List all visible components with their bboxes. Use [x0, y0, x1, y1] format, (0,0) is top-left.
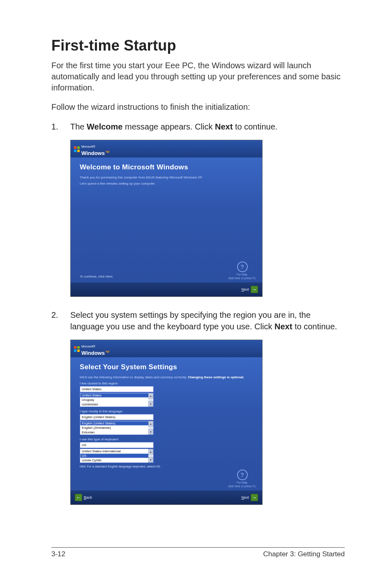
scrollbar[interactable]: ▴ ▾	[148, 449, 153, 463]
scroll-down-icon[interactable]: ▾	[148, 401, 153, 407]
list-item[interactable]: United States	[80, 393, 153, 398]
region-select[interactable]: United States	[80, 386, 154, 392]
back-button[interactable]: ← Back	[75, 494, 92, 501]
scroll-up-icon[interactable]: ▴	[148, 393, 153, 398]
scroll-down-icon[interactable]: ▾	[148, 457, 153, 463]
step-1: 1. The Welcome message appears. Click Ne…	[51, 121, 345, 132]
list-item[interactable]: English (United States)	[80, 421, 153, 426]
help-text-1: For help,	[228, 273, 256, 276]
wizard-heading: Welcome to Microsoft Windows	[80, 163, 255, 171]
scroll-up-icon[interactable]: ▴	[148, 421, 153, 426]
step-2: 2. Select you system settings by specify…	[51, 309, 345, 332]
brand-xp: xp	[106, 150, 109, 153]
scrollbar[interactable]: ▴ ▾	[148, 421, 153, 435]
list-item[interactable]: Uzbekistan	[80, 402, 153, 407]
scroll-up-icon[interactable]: ▴	[148, 449, 153, 454]
titlebar: Microsoft® Windowsxp	[71, 140, 262, 157]
help-icon: ?	[237, 470, 248, 480]
next-button[interactable]: Next →	[241, 494, 258, 501]
step-2-text: Select you system settings by specifying…	[70, 309, 345, 332]
brand-label: Microsoft®	[81, 145, 95, 148]
step-2-number: 2.	[51, 309, 70, 332]
step-1-number: 1.	[51, 121, 70, 132]
list-item[interactable]: US	[80, 453, 153, 458]
continue-hint: To continue, click Next.	[80, 275, 113, 278]
keyboard-hint: Hint: For a standard English-language ke…	[80, 465, 255, 468]
arrow-left-icon: ←	[75, 494, 82, 501]
help-chip[interactable]: ? For help, click here or press F1.	[228, 470, 256, 488]
footer-page-number: 3-12	[51, 550, 65, 558]
help-icon: ?	[237, 261, 248, 272]
list-item[interactable]: United States-International	[80, 449, 153, 453]
region-label: I live closest to this region:	[80, 382, 255, 385]
footer-chapter: Chapter 3: Getting Started	[263, 550, 345, 558]
language-select[interactable]: English (United States)	[80, 414, 154, 420]
wizard-heading: Select Your System Settings	[80, 363, 255, 371]
windows-logo-icon	[74, 146, 80, 152]
windows-logo-icon	[74, 346, 80, 352]
brand-windows: Windows	[81, 350, 105, 356]
list-item[interactable]: English (Zimbabwe)	[80, 426, 153, 430]
list-item[interactable]: Estonian	[80, 430, 153, 435]
list-item[interactable]: Uruguay	[80, 398, 153, 402]
intro-text: For the first time you start your Eee PC…	[51, 60, 345, 93]
keyboard-label: I use this type of keyboard:	[80, 437, 255, 441]
wizard-line-1: Thank you for purchasing this computer f…	[80, 176, 255, 179]
keyboard-select[interactable]: US	[80, 442, 154, 448]
arrow-right-icon: →	[251, 494, 258, 501]
language-listbox[interactable]: English (United States) English (Zimbabw…	[80, 421, 154, 435]
scroll-down-icon[interactable]: ▾	[148, 429, 153, 435]
brand-xp: xp	[106, 349, 109, 353]
brand-windows: Windows	[81, 150, 105, 156]
help-text-1: For help,	[228, 481, 256, 484]
screenshot-system-settings: Microsoft® Windowsxp Select Your System …	[70, 340, 263, 505]
help-text-2: click here or press F1.	[228, 485, 256, 488]
language-label: I type mostly in this language:	[80, 409, 255, 413]
wizard-line-2: Let's spend a few minutes setting up you…	[80, 182, 255, 185]
page-footer: 3-12 Chapter 3: Getting Started	[51, 547, 345, 558]
follow-text: Follow the wizard instructions to finish…	[51, 102, 345, 113]
step-1-text: The Welcome message appears. Click Next …	[70, 121, 345, 132]
next-button[interactable]: Next →	[241, 286, 258, 293]
wizard-sub: We'll use the following information to d…	[80, 375, 255, 379]
arrow-right-icon: →	[251, 286, 258, 293]
page-title: First-time Startup	[51, 37, 345, 54]
brand-label: Microsoft®	[81, 345, 95, 348]
titlebar: Microsoft® Windowsxp	[71, 340, 262, 357]
region-listbox[interactable]: United States Uruguay Uzbekistan ▴ ▾	[80, 393, 154, 407]
help-chip[interactable]: ? For help, click here or press F1.	[228, 261, 256, 280]
help-text-2: click here or press F1.	[228, 277, 256, 280]
list-item[interactable]: Uzbek Cyrillic	[80, 458, 153, 463]
scrollbar[interactable]: ▴ ▾	[148, 393, 153, 407]
keyboard-listbox[interactable]: United States-International US Uzbek Cyr…	[80, 449, 154, 463]
screenshot-welcome: Microsoft® Windowsxp Welcome to Microsof…	[70, 140, 263, 297]
